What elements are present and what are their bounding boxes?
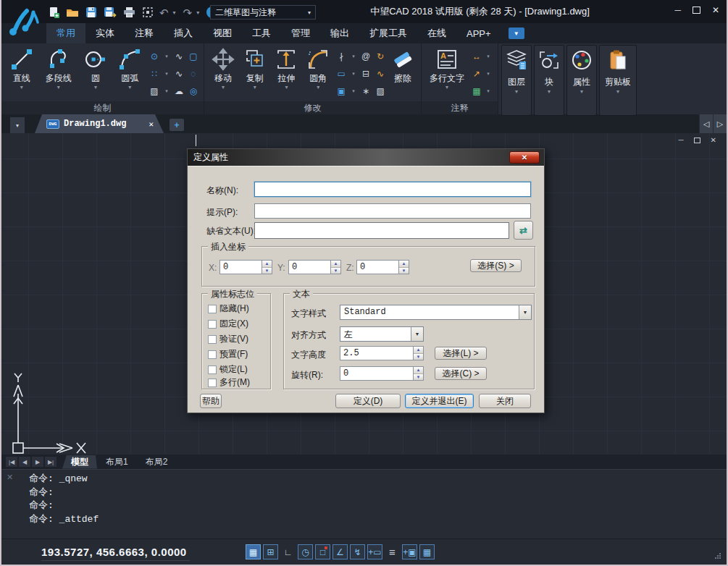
region-icon[interactable]: ▢ — [186, 51, 201, 62]
move-button[interactable]: 移动 ▾ — [207, 46, 239, 90]
save-icon[interactable] — [84, 5, 99, 20]
line-dropdown-icon[interactable]: ▾ — [20, 85, 23, 90]
ortho-toggle-icon[interactable]: ∟ — [280, 544, 296, 559]
next-layout-icon[interactable]: ▶ — [32, 457, 43, 467]
y-spin-down-icon[interactable]: ▼ — [331, 267, 340, 274]
explode-dropdown-icon[interactable]: ▾ — [348, 88, 359, 94]
new-file-icon[interactable] — [46, 5, 61, 20]
redo-dropdown-icon[interactable]: ▾ — [196, 9, 202, 16]
donut-icon[interactable]: ◎ — [186, 86, 201, 96]
annotation-visibility-toggle-icon[interactable]: +▣ — [402, 544, 417, 559]
x-spin-down-icon[interactable]: ▼ — [262, 267, 272, 274]
document-tab-close-icon[interactable]: ✕ — [148, 119, 154, 129]
tab-express[interactable]: 扩展工具 — [359, 23, 417, 43]
dialog-title-bar[interactable]: 定义属性 ✕ — [188, 149, 544, 166]
block-panel-button[interactable]: 块 ▾ — [534, 45, 564, 116]
help-button[interactable]: 帮助 — [200, 394, 222, 408]
tab-scroll-left-icon[interactable]: ◁ — [699, 114, 713, 133]
point-icon[interactable]: ⊙ — [147, 51, 162, 62]
pick-rotation-button[interactable]: 选择(C) > — [435, 367, 487, 380]
hatch-dropdown-icon[interactable]: ▾ — [162, 88, 172, 94]
dialog-close-button[interactable]: ✕ — [509, 151, 540, 164]
undo-icon[interactable]: ↶ — [159, 7, 169, 18]
tab-home[interactable]: 常用 — [46, 23, 85, 43]
multiline-checkbox[interactable] — [208, 379, 217, 387]
tab-layout2[interactable]: 布局2 — [137, 455, 177, 469]
polyline-dropdown-icon[interactable]: ▾ — [57, 85, 60, 90]
flag-verify[interactable]: 验证(V) — [208, 333, 248, 345]
break-icon[interactable]: ∗ — [359, 86, 373, 96]
move-dropdown-icon[interactable]: ▾ — [222, 85, 225, 90]
workspace-selector[interactable]: 二维草图与注释 ▾ — [210, 5, 316, 20]
hatch-icon[interactable]: ▨ — [147, 86, 162, 96]
tab-model[interactable]: 模型 — [62, 455, 97, 469]
mdi-close-icon[interactable]: ✕ — [711, 137, 716, 144]
dimension-dropdown-icon[interactable]: ▾ — [484, 54, 493, 59]
z-spin-up-icon[interactable]: ▲ — [399, 261, 409, 267]
tab-view[interactable]: 视图 — [203, 23, 242, 43]
mdi-minimize-icon[interactable]: ─ — [679, 137, 684, 144]
offset-icon[interactable]: @ — [359, 51, 373, 62]
tab-manage[interactable]: 管理 — [281, 23, 320, 43]
flag-multiline[interactable]: 多行(M) — [208, 376, 250, 389]
redo-icon[interactable]: ↷ — [183, 7, 193, 18]
align-combobox[interactable]: 左 ▼ — [340, 326, 424, 342]
spline-icon[interactable]: ∿ — [172, 51, 186, 62]
array-icon[interactable]: ▭ — [334, 69, 348, 79]
divide-icon[interactable]: ∷ — [147, 69, 162, 79]
define-and-exit-button[interactable]: 定义并退出(E) — [405, 394, 474, 408]
spline-fit-icon[interactable]: ∿ — [172, 69, 186, 79]
tab-output[interactable]: 输出 — [320, 23, 359, 43]
stretch-dropdown-icon[interactable]: ▾ — [285, 85, 288, 90]
preset-checkbox[interactable] — [208, 350, 217, 359]
point-dropdown-icon[interactable]: ▾ — [162, 54, 172, 59]
tab-tools[interactable]: 工具 — [242, 23, 281, 43]
tab-annotate[interactable]: 注释 — [125, 23, 164, 43]
command-close-icon[interactable]: ✕ — [7, 473, 13, 482]
explode-icon[interactable]: ▣ — [334, 86, 348, 96]
divide-dropdown-icon[interactable]: ▾ — [162, 71, 172, 77]
last-layout-icon[interactable]: ▶| — [45, 457, 57, 467]
copy-button[interactable]: 复制 ▾ — [239, 46, 271, 90]
trim-icon[interactable]: ∤ — [334, 51, 348, 62]
print-icon[interactable] — [122, 5, 136, 20]
ribbon-options-dropdown[interactable]: ▼ — [509, 28, 524, 39]
rotate-icon[interactable]: ↻ — [373, 51, 388, 62]
invisible-checkbox[interactable] — [208, 305, 217, 313]
erase-button[interactable]: 擦除 — [388, 46, 418, 85]
x-spinner[interactable]: 0 ▲▼ — [219, 260, 272, 274]
hatch-edit-icon[interactable]: ▨ — [373, 86, 388, 96]
mtext-button[interactable]: A 多行文字 ▾ — [424, 46, 469, 90]
tab-insert[interactable]: 插入 — [164, 23, 203, 43]
verify-checkbox[interactable] — [208, 335, 217, 344]
stretch-button[interactable]: 拉伸 ▾ — [271, 46, 303, 90]
drawing-canvas[interactable]: ─ ✕ — [1, 133, 727, 455]
constant-checkbox[interactable] — [208, 320, 217, 329]
table-dropdown-icon[interactable]: ▾ — [484, 88, 493, 94]
lock-checkbox[interactable] — [208, 366, 217, 374]
align-arrow-icon[interactable]: ▼ — [411, 327, 423, 341]
leader-icon[interactable]: ↗ — [469, 69, 484, 79]
wipeout-icon[interactable]: ◌ — [186, 69, 201, 79]
pick-point-button[interactable]: 选择(S) > — [470, 259, 522, 272]
arc-button[interactable]: 圆弧 ▾ — [113, 46, 147, 90]
arc-dropdown-icon[interactable]: ▾ — [128, 85, 131, 90]
table-icon[interactable]: ▦ — [469, 86, 484, 96]
pick-height-button[interactable]: 选择(L) > — [435, 347, 487, 360]
save-as-icon[interactable] — [103, 5, 117, 20]
height-spin-up-icon[interactable]: ▲ — [414, 347, 423, 353]
mdi-restore-icon[interactable] — [694, 138, 700, 143]
select-frame-icon[interactable] — [141, 5, 155, 20]
z-spinner[interactable]: 0 ▲▼ — [356, 260, 409, 274]
minimize-button[interactable]: ─ — [674, 6, 681, 14]
text-height-spinner[interactable]: 2.5 ▲▼ — [340, 346, 424, 360]
rotation-spin-down-icon[interactable]: ▼ — [414, 373, 423, 381]
annotation-scale-toggle-icon[interactable]: ▦ — [419, 544, 435, 559]
x-spin-up-icon[interactable]: ▲ — [262, 261, 272, 267]
new-document-tab-button[interactable]: + — [170, 119, 184, 131]
revision-cloud-icon[interactable]: ☁ — [172, 86, 186, 96]
open-folder-icon[interactable] — [65, 5, 80, 20]
polar-toggle-icon[interactable]: ◷ — [298, 544, 313, 559]
dynamic-input-toggle-icon[interactable]: +▭ — [367, 544, 382, 559]
tab-scroll-right-icon[interactable]: ▷ — [713, 114, 727, 133]
